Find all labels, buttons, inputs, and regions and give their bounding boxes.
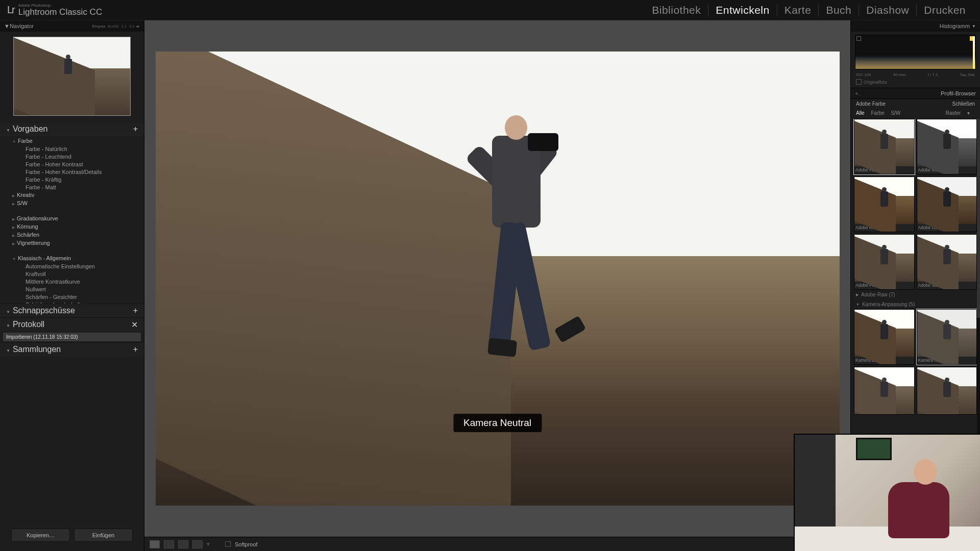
navigator-preview[interactable] [13,37,131,116]
preset-group-sw[interactable]: ▶S/W [12,199,144,207]
navigator-title[interactable]: Navigator [10,23,34,29]
profile-card[interactable]: ☆Adobe Standard [917,234,977,290]
preset-item[interactable]: Farbe - Hoher Kontrast [12,160,144,168]
add-collection-icon[interactable]: + [133,345,138,354]
profile-card[interactable]: ☆Adobe Kräftig [854,177,915,232]
preset-item[interactable]: Farbe - Hoher Kontrast/Details [12,168,144,176]
module-slideshow[interactable]: Diashow [859,4,916,16]
preset-group-korn[interactable]: ▶Körnung [12,222,144,231]
paste-settings-button[interactable]: Einfügen [74,529,133,542]
clear-history-icon[interactable]: ✕ [131,320,138,330]
module-develop[interactable]: Entwickeln [708,4,776,16]
profile-preview-badge: Kamera Neutral [453,414,542,432]
module-library[interactable]: Bibliothek [645,4,708,16]
original-checkbox[interactable] [856,79,862,85]
histogram-title[interactable]: Histogramm [940,23,970,29]
histogram[interactable] [855,35,976,69]
before-after-split-icon[interactable] [192,540,203,548]
current-profile-label: Adobe Farbe [856,101,886,107]
shadow-clip-icon[interactable] [856,36,861,41]
preset-item[interactable]: Automatische Einstellungen [12,262,144,270]
profile-card[interactable]: ☆Adobe Landschaft [917,177,977,232]
preset-group-scharf[interactable]: ▶Schärfen [12,231,144,239]
app-brand: Lr Adobe Photoshop Lightroom Classic CC [7,4,102,16]
presets-section-header[interactable]: ▼Vorgaben + [0,122,144,136]
history-entry[interactable]: Importieren (12.11.18 15:32:03) [3,333,141,341]
navigator-zoom-levels[interactable]: Einpas Ausfül 1:1 3:1 ◂▸ [92,24,140,29]
preset-item[interactable]: Farbe - Natürlich [12,145,144,153]
preset-group-grad[interactable]: ▶Gradationskurve [12,214,144,222]
profile-view-mode[interactable]: Raster ▾ [946,110,970,116]
profile-group-camera[interactable]: ▼Kamera-Anpassung (5) [851,299,980,309]
preset-item[interactable]: Nullwert [12,285,144,293]
chevron-down-icon[interactable]: ▼ [972,24,976,29]
collections-section-header[interactable]: ▼Sammlungen + [0,342,144,356]
before-after-tb-icon[interactable] [178,540,188,548]
snapshots-section-header[interactable]: ▼Schnappschüsse + [0,304,144,317]
copy-settings-button[interactable]: Kopieren… [11,529,70,542]
module-book[interactable]: Buch [818,4,859,16]
profile-card[interactable]: ☆Adobe Monochrom [917,119,977,174]
module-print[interactable]: Drucken [916,4,973,16]
filter-color[interactable]: Farbe [871,110,884,116]
photo-preview [156,52,840,506]
exif-readout: ISO 100 40 mm f / 7,1 ¹⁄₃₂₀ Sek [851,71,980,78]
preset-group-kreativ[interactable]: ▶Kreativ [12,191,144,199]
history-section-header[interactable]: ▼Protokoll ✕ [0,317,144,332]
loupe-toolbar: ▾ Softproof [144,537,850,551]
profile-card[interactable]: ☆Kamera Neutral [917,309,977,365]
preset-item[interactable]: Mittlere Kontrastkurve [12,278,144,285]
preset-item[interactable]: Farbe - Leuchtend [12,153,144,160]
lightroom-logo-icon: Lr [7,4,14,16]
presets-tree: ▼Farbe Farbe - Natürlich Farbe - Leuchte… [0,136,144,304]
filter-bw[interactable]: S/W [891,110,900,116]
preset-group-vign[interactable]: ▶Vignettierung [12,239,144,247]
add-snapshot-icon[interactable]: + [133,306,138,315]
preset-item[interactable]: Kraftvoll [12,270,144,278]
original-label: Originalfoto [864,80,887,85]
preset-item[interactable]: Farbe - Matt [12,183,144,191]
preset-group-klass-allg[interactable]: ▼Klassisch - Allgemein [12,254,144,262]
softproof-checkbox[interactable] [225,541,231,547]
add-profile-icon[interactable]: +. [855,90,860,96]
profile-group-adobe-raw[interactable]: ▶Adobe Raw (7) [851,290,980,299]
loupe-view-icon[interactable] [150,540,160,548]
preset-item[interactable]: Schärfen - Gesichter [12,293,144,300]
webcam-overlay [794,434,980,551]
preset-item[interactable]: Farbe - Kräftig [12,176,144,183]
profile-card[interactable]: ☆Kamera Landschaft [854,309,915,365]
softproof-label: Softproof [235,541,258,547]
profile-card[interactable] [917,367,977,415]
module-map[interactable]: Karte [777,4,819,16]
profile-browser-title[interactable]: Profil-Browser [941,90,976,96]
add-preset-icon[interactable]: + [133,124,138,134]
preset-group-farbe[interactable]: ▼Farbe [12,137,144,145]
profile-card[interactable]: ☆Adobe Portrait [854,234,915,290]
close-profile-browser-button[interactable]: Schließen [952,101,975,107]
filter-all[interactable]: Alle [856,110,865,116]
profile-card[interactable]: ☆Adobe Farbe [854,119,915,174]
main-canvas[interactable]: Kamera Neutral [144,20,850,537]
profile-card[interactable] [854,367,915,415]
brand-title: Lightroom Classic CC [18,8,102,16]
before-after-lr-icon[interactable] [164,540,174,548]
module-switcher: Bibliothek Entwickeln Karte Buch Diashow… [645,4,973,16]
